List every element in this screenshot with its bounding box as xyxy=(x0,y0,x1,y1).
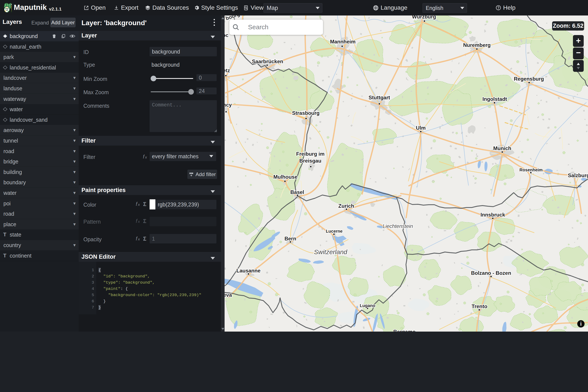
svg-text:Basel: Basel xyxy=(290,189,304,195)
svg-text:eva: eva xyxy=(225,292,232,298)
svg-text:Saarbrücken: Saarbrücken xyxy=(252,58,283,64)
svg-text:Breisgau: Breisgau xyxy=(299,158,321,164)
svg-text:Ulm: Ulm xyxy=(416,125,426,131)
svg-text:Lucerne: Lucerne xyxy=(326,229,342,234)
svg-text:Regensburg: Regensburg xyxy=(514,76,544,82)
svg-text:Stuttgart: Stuttgart xyxy=(369,94,390,100)
svg-text:Rosenheim: Rosenheim xyxy=(520,168,543,172)
svg-text:Mannheim: Mannheim xyxy=(330,39,356,44)
svg-text:Munich: Munich xyxy=(493,145,511,151)
svg-text:Bergamo: Bergamo xyxy=(393,329,416,332)
svg-text:oc: oc xyxy=(225,32,229,38)
svg-text:Trento: Trento xyxy=(472,304,487,309)
svg-text:Salzburg: Salzburg xyxy=(568,172,588,178)
svg-text:Lausanne: Lausanne xyxy=(236,268,261,274)
svg-text:etz: etz xyxy=(225,68,230,73)
svg-text:Innsbruck: Innsbruck xyxy=(481,212,505,218)
svg-text:Mulhouse: Mulhouse xyxy=(273,174,297,180)
svg-text:Nuremberg: Nuremberg xyxy=(463,42,491,48)
svg-text:Lugano: Lugano xyxy=(360,303,375,308)
svg-text:Zurich: Zurich xyxy=(338,203,354,209)
svg-text:Switzerland: Switzerland xyxy=(314,248,347,256)
svg-text:Bern: Bern xyxy=(285,236,296,242)
svg-text:Freiburg im: Freiburg im xyxy=(296,151,324,157)
svg-text:Liechtenstein: Liechtenstein xyxy=(382,223,413,229)
svg-text:ncy: ncy xyxy=(225,102,232,108)
svg-text:Würzburg: Würzburg xyxy=(412,16,436,20)
svg-text:Strasbourg: Strasbourg xyxy=(292,110,319,116)
svg-text:Bolzano - Bozen: Bolzano - Bozen xyxy=(471,270,511,276)
svg-text:Ingolstadt: Ingolstadt xyxy=(483,96,507,102)
